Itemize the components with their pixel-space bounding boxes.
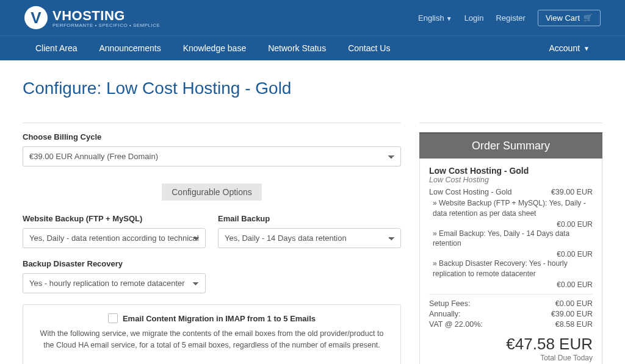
brand-name: VHOSTING (52, 8, 125, 23)
email-backup-label: Email Backup (218, 214, 401, 223)
billing-cycle-label: Choose Billing Cycle (23, 132, 401, 141)
brand-tagline: PERFORMANTE • SPECIFICO • SEMPLICE (52, 23, 160, 28)
summary-category: Low Cost Hosting (429, 176, 593, 184)
cart-icon: 🛒 (583, 13, 593, 22)
total-amount: €47.58 EUR (429, 335, 593, 354)
view-cart-button[interactable]: View Cart 🛒 (538, 10, 601, 26)
billing-cycle-select[interactable]: €39.00 EUR Annually (Free Domain) (23, 146, 401, 166)
main-nav: Client Area Announcements Knowledge base… (0, 35, 625, 60)
summary-product: Low Cost Hosting - Gold (429, 166, 593, 176)
summary-backup-ftp: » Website Backup (FTP + MySQL): Yes, Dai… (429, 198, 593, 219)
addon-title: Email Content Migration in IMAP from 1 t… (123, 314, 316, 323)
topbar: V VHOSTING PERFORMANTE • SPECIFICO • SEM… (0, 0, 625, 35)
register-link[interactable]: Register (496, 13, 525, 23)
email-backup-select[interactable]: Yes, Daily - 14 Days data retention (218, 228, 401, 248)
summary-disaster-recovery: » Backup Disaster Recovery: Yes - hourly… (429, 259, 593, 279)
disaster-recovery-label: Backup Disaster Recovery (23, 259, 206, 268)
order-summary: Low Cost Hosting - Gold Low Cost Hosting… (419, 159, 602, 364)
language-dropdown[interactable]: English▼ (418, 13, 452, 23)
nav-announcements[interactable]: Announcements (88, 36, 172, 60)
logo[interactable]: V VHOSTING PERFORMANTE • SPECIFICO • SEM… (24, 6, 160, 29)
nav-contact-us[interactable]: Contact Us (337, 36, 401, 60)
addon-checkbox[interactable] (108, 313, 118, 323)
addon-description: With the following service, we migrate t… (35, 328, 388, 351)
nav-knowledge-base[interactable]: Knowledge base (172, 36, 258, 60)
website-backup-select[interactable]: Yes, Daily - data retention according to… (23, 228, 206, 248)
nav-client-area[interactable]: Client Area (24, 36, 88, 60)
addon-conditions-link[interactable]: >> This addon is subject to these condit… (35, 362, 388, 365)
addon-box: Email Content Migration in IMAP from 1 t… (23, 304, 401, 364)
caret-down-icon: ▼ (583, 45, 590, 52)
config-options-header: Configurable Options (23, 184, 401, 201)
nav-network-status[interactable]: Network Status (257, 36, 337, 60)
caret-down-icon: ▼ (446, 15, 452, 22)
total-label: Total Due Today (429, 354, 593, 362)
summary-email-backup: » Email Backup: Yes, Daily - 14 Days dat… (429, 229, 593, 249)
logo-icon: V (24, 6, 48, 29)
disaster-recovery-select[interactable]: Yes - hourly replication to remote datac… (23, 273, 206, 293)
website-backup-label: Website Backup (FTP + MySQL) (23, 214, 206, 223)
page-title: Configure: Low Cost Hosting - Gold (23, 79, 602, 98)
account-dropdown[interactable]: Account ▼ (538, 36, 601, 60)
login-link[interactable]: Login (464, 13, 484, 23)
order-summary-header: Order Summary (419, 132, 602, 159)
